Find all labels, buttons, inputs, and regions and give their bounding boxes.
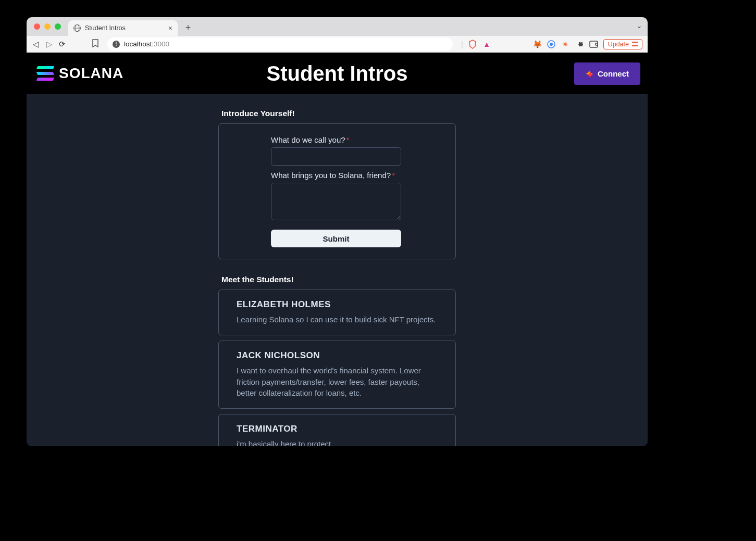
app-header: SOLANA Student Intros ✦ Connect [27,53,648,94]
svg-rect-3 [596,43,598,45]
maximize-window-button[interactable] [55,23,61,30]
metamask-icon[interactable]: 🦊 [533,40,542,48]
close-window-button[interactable] [34,23,40,30]
solana-logo: SOLANA [37,65,123,82]
students-section: Meet the Students! ELIZABETH HOLMESLearn… [218,275,456,446]
reload-button[interactable]: ⟳ [59,40,66,49]
new-tab-button[interactable]: + [181,20,195,35]
brave-rewards-icon[interactable]: ▲ [482,40,491,48]
address-bar[interactable]: ! localhost:3000 [107,37,453,51]
wallet-icon[interactable] [589,40,598,48]
back-button[interactable]: ◁ [32,40,40,49]
extension-icon[interactable] [547,40,556,48]
extensions-menu-icon[interactable] [575,40,584,48]
logo-text: SOLANA [59,65,123,82]
globe-icon [73,24,81,32]
student-message: I want to overhaul the world's financial… [237,365,438,399]
tab-title: Student Intros [85,24,164,32]
update-button[interactable]: Update [603,39,642,49]
svg-point-1 [550,43,553,46]
browser-toolbar: ◁ ▷ ⟳ ! localhost:3000 | ▲ 🦊 ✷ [27,36,648,53]
form-heading: Introduce Yourself! [221,109,456,118]
student-name: ELIZABETH HOLMES [237,299,438,310]
student-message: Learning Solana so I can use it to build… [237,314,438,325]
message-textarea[interactable] [271,183,401,220]
main-content: Introduce Yourself! What do we call you?… [218,109,456,446]
student-card: JACK NICHOLSONI want to overhaul the wor… [218,341,456,409]
student-name: JACK NICHOLSON [237,350,438,361]
student-message: i'm basically here to protect [237,438,438,446]
minimize-window-button[interactable] [44,23,51,30]
menu-icon [632,42,638,46]
site-info-icon[interactable]: ! [113,41,120,48]
toolbar-extensions: | ▲ 🦊 ✷ Update [461,39,642,49]
bookmark-icon[interactable] [92,39,99,49]
intro-form: What do we call you?* What brings you to… [218,123,456,259]
forward-button[interactable]: ▷ [45,40,54,49]
connect-wallet-button[interactable]: ✦ Connect [574,62,640,85]
submit-button[interactable]: Submit [271,230,401,247]
page-title: Student Intros [266,62,407,85]
student-name: TERMINATOR [237,424,438,434]
svg-rect-2 [590,41,598,47]
app-viewport: SOLANA Student Intros ✦ Connect Introduc… [27,53,648,446]
student-card: TERMINATORi'm basically here to protect [218,414,456,446]
separator: | [461,40,463,48]
brave-shield-icon[interactable] [468,40,477,48]
solana-mark-icon [37,66,54,81]
spark-extension-icon[interactable]: ✷ [561,40,570,48]
url-text: localhost:3000 [124,40,169,48]
window-controls [31,17,66,36]
browser-tab[interactable]: Student Intros × [68,20,178,36]
message-label: What brings you to Solana, friend?* [271,171,403,180]
student-card: ELIZABETH HOLMESLearning Solana so I can… [218,290,456,335]
spark-icon: ✦ [586,69,592,79]
close-tab-icon[interactable]: × [168,24,172,32]
name-input[interactable] [271,147,401,166]
browser-tab-bar: Student Intros × + ⌄ [27,17,648,36]
tabs-dropdown-icon[interactable]: ⌄ [636,21,642,30]
students-heading: Meet the Students! [221,275,456,284]
browser-window: Student Intros × + ⌄ ◁ ▷ ⟳ ! localhost:3… [27,17,648,446]
name-label: What do we call you?* [271,135,403,144]
